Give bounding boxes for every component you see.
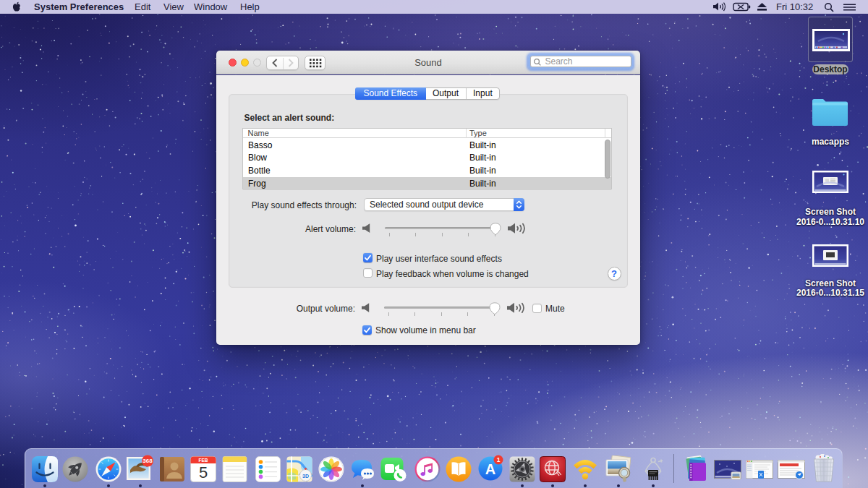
svg-text:1: 1 [497, 456, 501, 463]
svg-text:FEB: FEB [199, 458, 208, 463]
svg-text:3D: 3D [302, 473, 309, 478]
svg-text:5: 5 [199, 463, 208, 481]
svg-text:368: 368 [142, 458, 153, 464]
svg-text:A: A [485, 461, 495, 477]
